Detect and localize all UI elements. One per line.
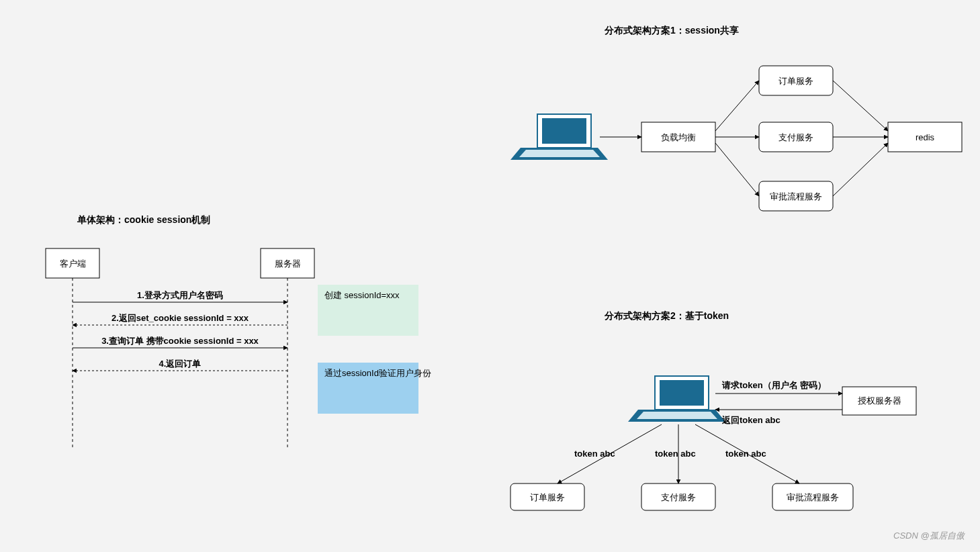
arrow-approve-redis: [833, 143, 888, 196]
seq-msg-3: 3.查询订单 携带cookie sessionId = xxx: [101, 336, 259, 346]
svg-marker-7: [637, 412, 717, 419]
arrow-lb-order: [715, 81, 759, 131]
token-label-3: token abc: [725, 449, 766, 459]
dist2-order-label: 订单服务: [530, 492, 565, 502]
watermark: CSDN @孤居自傲: [893, 531, 966, 541]
token-label-1: token abc: [574, 449, 615, 459]
laptop2-icon: [628, 376, 725, 422]
note-create-session-text: 创建 sessionId=xxx: [324, 290, 400, 300]
client-label: 客户端: [60, 259, 86, 269]
svg-marker-3: [519, 150, 600, 157]
dist1-approve-label: 审批流程服务: [770, 191, 822, 201]
svg-marker-5: [660, 380, 704, 406]
lb-label: 负载均衡: [661, 132, 696, 142]
dist1-title: 分布式架构方案1：session共享: [604, 25, 739, 36]
laptop-icon: [510, 114, 608, 160]
seq-msg-1: 1.登录方式用户名密码: [137, 290, 223, 300]
auth-server-label: 授权服务器: [858, 396, 901, 406]
note-verify-session-text: 通过sessionId验证用户身份: [324, 368, 431, 378]
dist1-order-label: 订单服务: [778, 76, 813, 86]
server-label: 服务器: [275, 259, 301, 269]
svg-marker-1: [542, 118, 586, 144]
monolith-title: 单体架构：cookie session机制: [77, 214, 210, 225]
dist2-pay-label: 支付服务: [661, 492, 696, 502]
seq-msg-4: 4.返回订单: [159, 359, 202, 369]
req-token-label: 请求token（用户名 密码）: [721, 380, 826, 390]
dist1-pay-label: 支付服务: [778, 132, 813, 142]
token-label-2: token abc: [655, 449, 696, 459]
arrow-lb-approve: [715, 143, 759, 196]
dist2-approve-label: 审批流程服务: [787, 492, 839, 502]
dist2-title: 分布式架构方案2：基于token: [604, 310, 729, 321]
redis-label: redis: [916, 132, 935, 142]
seq-msg-2: 2.返回set_cookie sessionId = xxx: [112, 313, 249, 323]
ret-token-label: 返回token abc: [721, 415, 781, 425]
arrow-order-redis: [833, 81, 888, 131]
